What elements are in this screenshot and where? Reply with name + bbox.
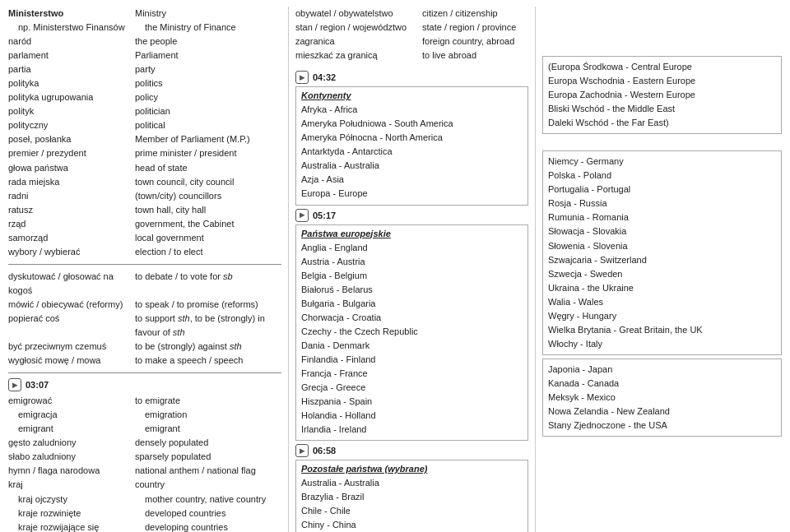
pl-mieszkac: mieszkać za granicą bbox=[295, 49, 419, 62]
eu-wegry: Węgry - Hungary bbox=[548, 309, 776, 323]
eu-finlandia: Finlandia - Finland bbox=[301, 353, 523, 367]
vocab-row-rozw2: kraje rozwijające się developing countri… bbox=[8, 520, 281, 532]
vocab-row-wybory: wybory / wybierać election / to elect bbox=[8, 245, 281, 259]
en-obywatel: citizen / citizenship bbox=[422, 7, 528, 21]
play-icon-0658[interactable] bbox=[295, 444, 309, 457]
pl-kraj: kraj bbox=[8, 478, 132, 492]
vocab-row-kraj: kraj country bbox=[8, 478, 281, 492]
region-mideast: Bliski Wschód - the Middle East bbox=[548, 102, 776, 116]
vocab-row-stan: stan / region / województwo state / regi… bbox=[295, 21, 528, 35]
other-countries-content: Australia - Australia Brazylia - Brazil … bbox=[301, 476, 523, 532]
eu-francja: Francja - France bbox=[301, 367, 523, 381]
other-kanada: Kanada - Canada bbox=[548, 377, 776, 391]
eu-slowacja: Słowacja - Slovakia bbox=[548, 224, 776, 238]
en-polityczny: political bbox=[135, 118, 281, 132]
vocab-row-ojczysty: kraj ojczysty mother country, native cou… bbox=[8, 493, 281, 507]
main-content: Ministerstwo Ministry np. Ministerstwo F… bbox=[8, 7, 782, 532]
time-0432: 04:32 bbox=[313, 72, 336, 82]
pl-zagranica: zagranica bbox=[295, 35, 419, 49]
en-wybory: election / to elect bbox=[135, 245, 281, 259]
en-radni: (town/city) councillors bbox=[135, 189, 281, 203]
en-emigracja: emigration bbox=[145, 408, 281, 422]
other-australia: Australia - Australia bbox=[301, 476, 523, 490]
pl-stan: stan / region / województwo bbox=[295, 21, 419, 35]
vocab-row-against: być przeciwnym czemuś to be (strongly) a… bbox=[8, 340, 281, 354]
continent-africa: Afryka - Africa bbox=[301, 103, 523, 117]
en-narod: the people bbox=[135, 35, 281, 49]
vocab-row-polityk: polityk politician bbox=[8, 104, 281, 118]
en-emigrant: emigrant bbox=[145, 422, 281, 436]
pl-posel: poseł, posłanka bbox=[8, 132, 132, 146]
en-speech: to make a speech / speech bbox=[135, 354, 281, 368]
other-chiny: Chiny - China bbox=[301, 518, 523, 532]
continents-content: Afryka - Africa Ameryka Południowa - Sou… bbox=[301, 103, 523, 201]
en-against: to be (strongly) against sth bbox=[135, 340, 281, 354]
en-debate: to debate / to vote for sb bbox=[135, 270, 281, 298]
time-0658: 06:58 bbox=[313, 446, 336, 456]
eu-portugalia: Portugalia - Portugal bbox=[548, 183, 776, 197]
eu-szwajcaria: Szwajcaria - Switzerland bbox=[548, 253, 776, 267]
pl-pol-ugr: polityka ugrupowania bbox=[8, 90, 132, 104]
eu-belgia: Belgia - Belgium bbox=[301, 269, 523, 283]
timestamp-0517[interactable]: 05:17 bbox=[295, 209, 528, 222]
pl-min-fin: np. Ministerstwo Finansów bbox=[18, 21, 142, 35]
en-partia: party bbox=[135, 62, 281, 76]
eu-right-wrapper: Niemcy - Germany Polska - Poland Portuga… bbox=[542, 150, 782, 355]
en-emigrowac: to emigrate bbox=[135, 394, 281, 408]
eu-czechy: Czechy - the Czech Republic bbox=[301, 325, 523, 339]
vocab-row-ministry: Ministerstwo Ministry bbox=[8, 7, 281, 21]
play-icon-0307[interactable] bbox=[8, 378, 21, 391]
vocab-row-mieszkac: mieszkać za granicą to live abroad bbox=[295, 49, 528, 62]
vocab-row-rada: rada miejska town council, city council bbox=[8, 175, 281, 189]
eu-regions-box-spacer: (Europa Środkowa - Central Europe Europa… bbox=[542, 56, 782, 134]
continent-na: Ameryka Północna - North America bbox=[301, 131, 523, 145]
vocab-row-glowa: głowa państwa head of state bbox=[8, 161, 281, 175]
eu-austria: Austria - Austria bbox=[301, 255, 523, 269]
en-mieszkac: to live abroad bbox=[422, 49, 528, 62]
eu-chorwacja: Chorwacja - Croatia bbox=[301, 311, 523, 325]
other-right-box: Japonia - Japan Kanada - Canada Meksyk -… bbox=[542, 359, 782, 437]
vocab-row-premier: premier / prezydent prime minister / pre… bbox=[8, 146, 281, 160]
pl-polityk: polityk bbox=[8, 104, 132, 118]
vocab-row-speech: wygłosić mowę / mowa to make a speech / … bbox=[8, 354, 281, 368]
section-title-other: Pozostałe państwa (wybrane) bbox=[301, 464, 523, 474]
eu-countries-box: Państwa europejskie Anglia - England Aus… bbox=[295, 224, 528, 442]
pl-hymn: hymn / flaga narodowa bbox=[8, 464, 132, 478]
vocab-row-posel: poseł, posłanka Member of Parliament (M.… bbox=[8, 132, 281, 146]
en-rzad: government, the Cabinet bbox=[135, 217, 281, 231]
en-slabo: sparsely populated bbox=[135, 450, 281, 464]
timestamp-0432[interactable]: 04:32 bbox=[295, 71, 528, 84]
en-zagranica: foreign country, abroad bbox=[422, 35, 528, 49]
timestamp-0307[interactable]: 03:07 bbox=[8, 378, 281, 391]
vocab-section-2: emigrować to emigrate emigracja emigrati… bbox=[8, 394, 281, 532]
vocab-section-1: Ministerstwo Ministry np. Ministerstwo F… bbox=[8, 7, 281, 259]
region-western: Europa Zachodnia - Western Europe bbox=[548, 88, 776, 102]
section-title-eu: Państwa europejskie bbox=[301, 229, 523, 238]
continent-eu: Europa - Europe bbox=[301, 187, 523, 201]
en-samorzad: local government bbox=[135, 231, 281, 245]
vocab-row-polityczny: polityczny political bbox=[8, 118, 281, 132]
pl-rzad: rząd bbox=[8, 217, 132, 231]
time-0517: 05:17 bbox=[313, 210, 336, 220]
timestamp-0658[interactable]: 06:58 bbox=[295, 444, 528, 457]
pl-radni: radni bbox=[8, 189, 132, 203]
eu-countries-content: Anglia - England Austria - Austria Belgi… bbox=[301, 241, 523, 437]
en-stan: state / region / province bbox=[422, 21, 528, 35]
pl-rozw: kraje rozwinięte bbox=[18, 507, 142, 520]
vocab-row-polityka: polityka politics bbox=[8, 76, 281, 90]
play-icon-0432[interactable] bbox=[295, 71, 309, 84]
eu-wbrytania: Wielka Brytania - Great Britain, the UK bbox=[548, 323, 776, 337]
vocab-row-emigrowac: emigrować to emigrate bbox=[8, 394, 281, 408]
en-premier: prime minister / president bbox=[135, 146, 281, 160]
en-ministry: Ministry bbox=[135, 7, 281, 21]
continent-sa: Ameryka Południowa - South America bbox=[301, 117, 523, 131]
continent-asia: Azja - Asia bbox=[301, 173, 523, 187]
vocab-row-parlament: parlament Parliament bbox=[8, 49, 281, 62]
pl-samorzad: samorząd bbox=[8, 231, 132, 245]
pl-debate: dyskutować / głosować na kogoś bbox=[8, 270, 132, 298]
continent-ant: Antarktyda - Antarctica bbox=[301, 145, 523, 159]
vocab-row-rozw: kraje rozwinięte developed countries bbox=[8, 507, 281, 520]
other-japonia: Japonia - Japan bbox=[548, 363, 776, 377]
play-icon-0517[interactable] bbox=[295, 209, 309, 222]
pl-rada: rada miejska bbox=[8, 175, 132, 189]
